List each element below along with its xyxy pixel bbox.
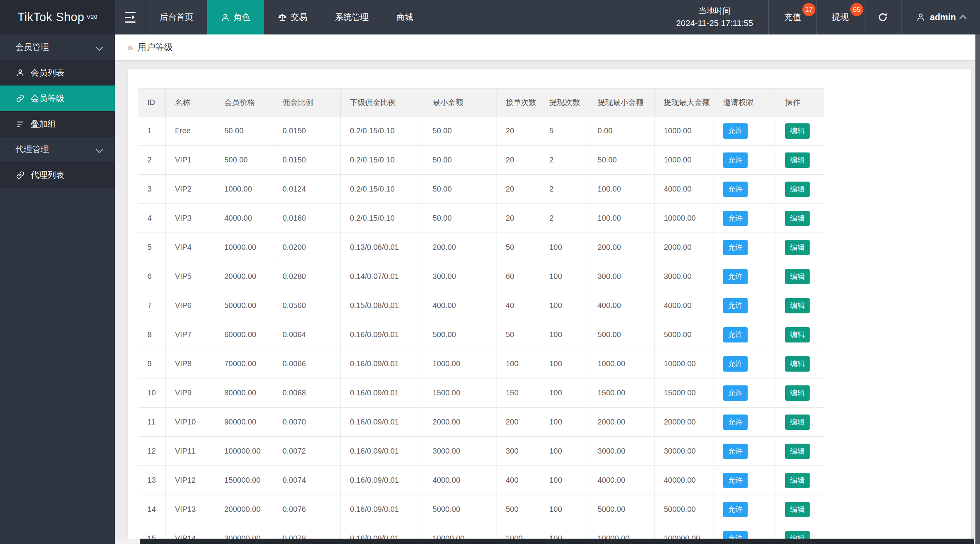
cell-withdraw-count: 2 [540,146,588,175]
sidebar-item-member-level[interactable]: 会员等级 [0,85,115,111]
cell-withdraw-count: 100 [540,349,588,379]
table-row: 12VIP11100000.000.00720.16/0.09/0.013000… [138,437,824,466]
cell-withdraw-count: 100 [540,233,588,262]
user-levels-table: ID名称会员价格佣金比例下级佣金比例最小余额接单次数提现次数提现最小金额提现最大… [138,88,824,544]
allow-button[interactable]: 允许 [723,385,748,401]
edit-button[interactable]: 编辑 [785,298,810,313]
cell-id: 6 [138,262,166,291]
cell-invite-permission: 允许 [714,204,776,233]
edit-button[interactable]: 编辑 [785,502,810,517]
cell-sub-commission: 0.2/0.15/0.10 [341,204,423,233]
table-row: 4VIP34000.000.01600.2/0.15/0.1050.002021… [138,204,824,233]
edit-button[interactable]: 编辑 [785,473,810,488]
edit-button[interactable]: 编辑 [785,123,810,139]
allow-button[interactable]: 允许 [723,327,748,342]
cell-action: 编辑 [776,233,824,262]
allow-button[interactable]: 允许 [723,182,748,197]
cell-commission: 0.0150 [273,146,341,175]
cell-withdraw-max: 1000.00 [655,146,714,175]
cell-commission: 0.0070 [273,408,341,437]
sidebar-item-agent-list[interactable]: 代理列表 [0,162,115,188]
tab-system[interactable]: 系统管理 [321,0,382,34]
cell-withdraw-max: 4000.00 [655,291,714,320]
sidebar-toggle-button[interactable] [115,0,146,34]
cell-commission: 0.0200 [273,233,341,262]
allow-button[interactable]: 允许 [723,269,748,284]
cell-invite-permission: 允许 [714,437,776,466]
cell-withdraw-min: 500.00 [588,320,655,349]
edit-button[interactable]: 编辑 [785,269,810,284]
cell-invite-permission: 允许 [714,466,776,495]
tab-trade[interactable]: 交易 [264,0,321,34]
cell-price: 100000.00 [215,437,273,466]
cell-sub-commission: 0.15/0.08/0.01 [341,291,423,320]
cell-min-balance: 2000.00 [423,408,497,437]
admin-menu[interactable]: admin [902,0,980,34]
cell-withdraw-min: 2000.00 [588,408,655,437]
edit-button[interactable]: 编辑 [785,356,810,372]
edit-button[interactable]: 编辑 [785,327,810,342]
group-agent-management[interactable]: 代理管理 [0,137,115,162]
tab-dashboard[interactable]: 后台首页 [146,0,207,34]
allow-button[interactable]: 允许 [723,152,748,168]
edit-button[interactable]: 编辑 [785,182,810,197]
allow-button[interactable]: 允许 [723,298,748,313]
cell-name: VIP3 [166,204,215,233]
cell-order-count: 50 [497,233,540,262]
cell-min-balance: 50.00 [423,175,497,204]
cell-action: 编辑 [776,146,824,175]
top-navbar: TikTok Shop V20 后台首页角色交易系统管理商城 当地时间 2024… [0,0,980,34]
cell-withdraw-count: 100 [540,408,588,437]
cell-action: 编辑 [776,379,824,408]
allow-button[interactable]: 允许 [723,356,748,372]
allow-button[interactable]: 允许 [723,240,748,255]
edit-button[interactable]: 编辑 [785,211,810,226]
tab-roles[interactable]: 角色 [207,0,264,34]
local-time-label: 当地时间 [699,5,731,17]
user-icon [16,69,24,77]
cell-min-balance: 5000.00 [423,495,497,524]
cell-action: 编辑 [776,408,824,437]
cell-invite-permission: 允许 [714,233,776,262]
edit-button[interactable]: 编辑 [785,444,810,459]
allow-button[interactable]: 允许 [723,502,748,517]
cell-commission: 0.0068 [273,379,341,408]
cell-withdraw-count: 2 [540,175,588,204]
refresh-button[interactable] [864,0,902,34]
column-header-invite-permission: 邀请权限 [714,88,776,116]
vertical-scrollbar-thumb[interactable] [975,34,980,544]
horizontal-scrollbar[interactable] [115,539,980,544]
cell-name: VIP1 [166,146,215,175]
cell-commission: 0.0074 [273,466,341,495]
sidebar-item-stack-group[interactable]: 叠加组 [0,111,115,137]
breadcrumb: » 用户等级 [115,34,980,60]
allow-button[interactable]: 允许 [723,415,748,430]
edit-button[interactable]: 编辑 [785,240,810,255]
chevron-up-icon [959,15,966,22]
allow-button[interactable]: 允许 [723,473,748,488]
cell-min-balance: 200.00 [423,233,497,262]
edit-button[interactable]: 编辑 [785,152,810,168]
table-row: 6VIP520000.000.02800.14/0.07/0.01300.006… [138,262,824,291]
edit-button[interactable]: 编辑 [785,385,810,401]
group-member-management[interactable]: 会员管理 [0,34,115,60]
allow-button[interactable]: 允许 [723,123,748,139]
cell-order-count: 20 [497,175,540,204]
cell-min-balance: 500.00 [423,320,497,349]
horizontal-scrollbar-thumb[interactable] [140,539,974,544]
sidebar-item-member-list[interactable]: 会员列表 [0,60,115,85]
cell-id: 4 [138,204,166,233]
app-logo-version: V20 [87,13,97,20]
allow-button[interactable]: 允许 [723,444,748,459]
allow-button[interactable]: 允许 [723,211,748,226]
tab-mall[interactable]: 商城 [382,0,427,34]
recharge-button[interactable]: 充值 17 [769,0,817,34]
cell-order-count: 150 [497,379,540,408]
sidebar-group-label: 代理管理 [15,144,49,155]
edit-button[interactable]: 编辑 [785,415,810,430]
table-header-row: ID名称会员价格佣金比例下级佣金比例最小余额接单次数提现次数提现最小金额提现最大… [138,88,824,116]
cell-withdraw-max: 15000.00 [655,379,714,408]
vertical-scrollbar[interactable] [975,34,980,544]
cell-order-count: 100 [497,349,540,379]
withdraw-button[interactable]: 提现 65 [817,0,864,34]
